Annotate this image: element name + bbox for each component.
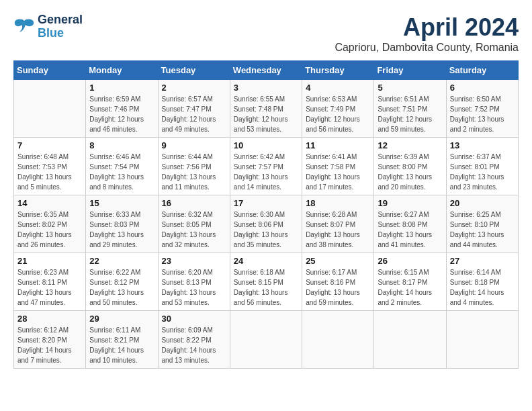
calendar-cell: 5Sunrise: 6:51 AMSunset: 7:51 PMDaylight… — [374, 80, 446, 138]
day-info: Sunrise: 6:30 AMSunset: 8:06 PMDaylight:… — [234, 210, 298, 250]
calendar-week-row: 7Sunrise: 6:48 AMSunset: 7:53 PMDaylight… — [14, 138, 519, 195]
day-info: Sunrise: 6:48 AMSunset: 7:53 PMDaylight:… — [17, 152, 82, 192]
day-info: Sunrise: 6:35 AMSunset: 8:02 PMDaylight:… — [17, 210, 82, 250]
calendar-cell — [302, 311, 374, 369]
calendar-cell: 21Sunrise: 6:23 AMSunset: 8:11 PMDayligh… — [14, 253, 86, 311]
weekday-header: Saturday — [446, 61, 518, 80]
weekday-header: Wednesday — [230, 61, 302, 80]
calendar-cell: 10Sunrise: 6:42 AMSunset: 7:57 PMDayligh… — [230, 138, 302, 195]
title-block: April 2024 Caprioru, Dambovita County, R… — [335, 13, 519, 54]
weekday-header: Tuesday — [158, 61, 230, 80]
calendar-cell: 7Sunrise: 6:48 AMSunset: 7:53 PMDaylight… — [14, 138, 86, 195]
day-number: 26 — [378, 256, 442, 266]
day-info: Sunrise: 6:20 AMSunset: 8:13 PMDaylight:… — [162, 267, 226, 308]
day-number: 14 — [17, 198, 82, 208]
weekday-header: Sunday — [14, 61, 86, 80]
calendar-week-row: 28Sunrise: 6:12 AMSunset: 8:20 PMDayligh… — [14, 311, 519, 369]
calendar-cell: 23Sunrise: 6:20 AMSunset: 8:13 PMDayligh… — [158, 253, 230, 311]
day-info: Sunrise: 6:51 AMSunset: 7:51 PMDaylight:… — [378, 94, 442, 134]
calendar-cell — [230, 311, 302, 369]
day-info: Sunrise: 6:15 AMSunset: 8:17 PMDaylight:… — [378, 267, 442, 308]
day-number: 27 — [450, 256, 515, 266]
day-info: Sunrise: 6:17 AMSunset: 8:16 PMDaylight:… — [306, 267, 370, 308]
calendar-cell: 17Sunrise: 6:30 AMSunset: 8:06 PMDayligh… — [230, 195, 302, 253]
calendar-week-row: 1Sunrise: 6:59 AMSunset: 7:46 PMDaylight… — [14, 80, 519, 138]
calendar-cell: 2Sunrise: 6:57 AMSunset: 7:47 PMDaylight… — [158, 80, 230, 138]
day-number: 8 — [89, 140, 154, 150]
day-info: Sunrise: 6:09 AMSunset: 8:22 PMDaylight:… — [162, 325, 226, 365]
day-info: Sunrise: 6:33 AMSunset: 8:03 PMDaylight:… — [89, 210, 154, 250]
calendar-cell: 30Sunrise: 6:09 AMSunset: 8:22 PMDayligh… — [158, 311, 230, 369]
day-number: 7 — [17, 140, 82, 150]
calendar-cell: 19Sunrise: 6:27 AMSunset: 8:08 PMDayligh… — [374, 195, 446, 253]
day-number: 28 — [17, 314, 82, 324]
day-number: 23 — [162, 256, 226, 266]
calendar-cell: 18Sunrise: 6:28 AMSunset: 8:07 PMDayligh… — [302, 195, 374, 253]
day-info: Sunrise: 6:25 AMSunset: 8:10 PMDaylight:… — [450, 210, 515, 250]
calendar-cell: 24Sunrise: 6:18 AMSunset: 8:15 PMDayligh… — [230, 253, 302, 311]
day-number: 29 — [89, 314, 154, 324]
day-info: Sunrise: 6:44 AMSunset: 7:56 PMDaylight:… — [162, 152, 226, 192]
day-number: 16 — [162, 198, 226, 208]
day-info: Sunrise: 6:53 AMSunset: 7:49 PMDaylight:… — [306, 94, 370, 134]
calendar-cell: 4Sunrise: 6:53 AMSunset: 7:49 PMDaylight… — [302, 80, 374, 138]
weekday-header: Thursday — [302, 61, 374, 80]
day-number: 13 — [450, 140, 515, 150]
calendar-cell: 22Sunrise: 6:22 AMSunset: 8:12 PMDayligh… — [86, 253, 158, 311]
location-title: Caprioru, Dambovita County, Romania — [335, 42, 519, 54]
day-info: Sunrise: 6:46 AMSunset: 7:54 PMDaylight:… — [89, 152, 154, 192]
day-number: 1 — [89, 83, 154, 93]
day-number: 12 — [378, 140, 442, 150]
day-info: Sunrise: 6:22 AMSunset: 8:12 PMDaylight:… — [89, 267, 154, 308]
day-number: 25 — [306, 256, 370, 266]
calendar-cell: 8Sunrise: 6:46 AMSunset: 7:54 PMDaylight… — [86, 138, 158, 195]
day-number: 22 — [89, 256, 154, 266]
calendar-cell — [14, 80, 86, 138]
day-number: 9 — [162, 140, 226, 150]
calendar-cell — [374, 311, 446, 369]
weekday-header: Monday — [86, 61, 158, 80]
day-info: Sunrise: 6:18 AMSunset: 8:15 PMDaylight:… — [234, 267, 298, 308]
calendar-cell: 28Sunrise: 6:12 AMSunset: 8:20 PMDayligh… — [14, 311, 86, 369]
day-info: Sunrise: 6:37 AMSunset: 8:01 PMDaylight:… — [450, 152, 515, 192]
calendar-cell: 14Sunrise: 6:35 AMSunset: 8:02 PMDayligh… — [14, 195, 86, 253]
day-info: Sunrise: 6:32 AMSunset: 8:05 PMDaylight:… — [162, 210, 226, 250]
day-info: Sunrise: 6:14 AMSunset: 8:18 PMDaylight:… — [450, 267, 515, 308]
day-number: 6 — [450, 83, 515, 93]
day-info: Sunrise: 6:27 AMSunset: 8:08 PMDaylight:… — [378, 210, 442, 250]
weekday-header-row: SundayMondayTuesdayWednesdayThursdayFrid… — [14, 61, 519, 80]
calendar-week-row: 14Sunrise: 6:35 AMSunset: 8:02 PMDayligh… — [14, 195, 519, 253]
calendar-cell: 15Sunrise: 6:33 AMSunset: 8:03 PMDayligh… — [86, 195, 158, 253]
day-number: 20 — [450, 198, 515, 208]
day-number: 2 — [162, 83, 226, 93]
calendar-cell: 20Sunrise: 6:25 AMSunset: 8:10 PMDayligh… — [446, 195, 518, 253]
calendar-cell: 6Sunrise: 6:50 AMSunset: 7:52 PMDaylight… — [446, 80, 518, 138]
day-number: 3 — [234, 83, 298, 93]
day-info: Sunrise: 6:41 AMSunset: 7:58 PMDaylight:… — [306, 152, 370, 192]
day-number: 19 — [378, 198, 442, 208]
calendar-cell: 1Sunrise: 6:59 AMSunset: 7:46 PMDaylight… — [86, 80, 158, 138]
calendar-cell: 12Sunrise: 6:39 AMSunset: 8:00 PMDayligh… — [374, 138, 446, 195]
day-info: Sunrise: 6:28 AMSunset: 8:07 PMDaylight:… — [306, 210, 370, 250]
day-number: 17 — [234, 198, 298, 208]
day-number: 24 — [234, 256, 298, 266]
logo: General Blue — [13, 13, 83, 40]
day-number: 15 — [89, 198, 154, 208]
calendar-cell: 25Sunrise: 6:17 AMSunset: 8:16 PMDayligh… — [302, 253, 374, 311]
day-number: 11 — [306, 140, 370, 150]
logo-text: General Blue — [38, 13, 83, 40]
calendar-cell: 9Sunrise: 6:44 AMSunset: 7:56 PMDaylight… — [158, 138, 230, 195]
day-info: Sunrise: 6:39 AMSunset: 8:00 PMDaylight:… — [378, 152, 442, 192]
calendar-cell: 27Sunrise: 6:14 AMSunset: 8:18 PMDayligh… — [446, 253, 518, 311]
calendar-week-row: 21Sunrise: 6:23 AMSunset: 8:11 PMDayligh… — [14, 253, 519, 311]
month-title: April 2024 — [335, 13, 519, 42]
weekday-header: Friday — [374, 61, 446, 80]
day-info: Sunrise: 6:55 AMSunset: 7:48 PMDaylight:… — [234, 94, 298, 134]
calendar-table: SundayMondayTuesdayWednesdayThursdayFrid… — [13, 60, 519, 369]
logo-icon — [13, 17, 35, 36]
page-header: General Blue April 2024 Caprioru, Dambov… — [13, 13, 519, 54]
calendar-cell: 3Sunrise: 6:55 AMSunset: 7:48 PMDaylight… — [230, 80, 302, 138]
day-info: Sunrise: 6:23 AMSunset: 8:11 PMDaylight:… — [17, 267, 82, 308]
day-number: 30 — [162, 314, 226, 324]
calendar-cell: 11Sunrise: 6:41 AMSunset: 7:58 PMDayligh… — [302, 138, 374, 195]
